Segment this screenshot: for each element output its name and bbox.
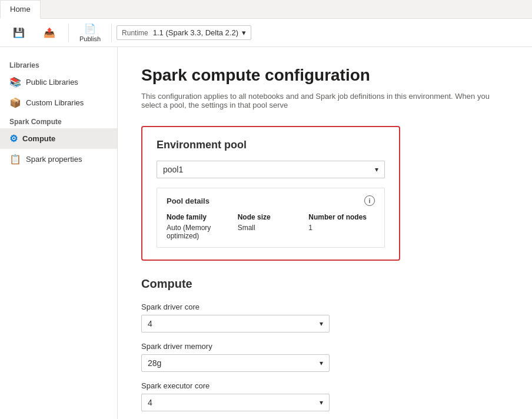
sidebar-item-spark-properties-label: Spark properties — [26, 155, 82, 164]
driver-core-value: 4 — [148, 319, 152, 328]
publish-label: Publish — [79, 35, 101, 42]
compute-icon: ⚙ — [9, 133, 18, 144]
pool-dropdown-value: pool1 — [163, 165, 183, 174]
driver-core-label: Spark driver core — [141, 302, 330, 311]
node-size-value: Small — [238, 224, 304, 232]
driver-core-group: Spark driver core 4 ▾ — [141, 302, 330, 332]
num-nodes-col: Number of nodes 1 — [308, 213, 375, 240]
pool-dropdown-chevron-icon: ▾ — [375, 165, 378, 174]
sidebar-item-custom-libraries-label: Custom Libraries — [26, 98, 84, 107]
publish-icon: 📄 — [84, 23, 96, 34]
publish-button[interactable]: 📄 Publish — [74, 21, 107, 45]
pool-dropdown[interactable]: pool1 ▾ — [157, 161, 385, 178]
export-button[interactable]: 📤 — [35, 25, 64, 41]
executor-core-select[interactable]: 4 ▾ — [141, 394, 330, 411]
driver-memory-label: Spark driver memory — [141, 342, 330, 351]
toolbar-divider — [68, 24, 69, 42]
tab-home[interactable]: Home — [0, 0, 41, 19]
env-pool-title: Environment pool — [157, 139, 385, 151]
pool-details-header: Pool details i — [167, 195, 375, 206]
save-icon: 💾 — [13, 27, 25, 38]
node-family-col: Node family Auto (Memory optimized) — [167, 213, 233, 240]
num-nodes-value: 1 — [308, 224, 375, 232]
node-family-label: Node family — [167, 213, 233, 221]
sidebar: Libraries 📚 Public Libraries 📦 Custom Li… — [0, 47, 118, 419]
executor-core-value: 4 — [148, 398, 152, 407]
save-button[interactable]: 💾 — [5, 25, 33, 41]
libraries-section-title: Libraries — [0, 56, 117, 72]
sidebar-item-compute-label: Compute — [22, 134, 55, 143]
public-libraries-icon: 📚 — [9, 77, 21, 88]
driver-core-select[interactable]: 4 ▾ — [141, 315, 330, 332]
executor-core-chevron-icon: ▾ — [320, 398, 323, 407]
sidebar-item-public-libraries-label: Public Libraries — [26, 78, 78, 87]
runtime-selector[interactable]: Runtime 1.1 (Spark 3.3, Delta 2.2) ▾ — [117, 25, 251, 40]
main-content: Spark compute configuration This configu… — [118, 47, 532, 419]
driver-memory-select[interactable]: 28g ▾ — [141, 354, 330, 372]
environment-pool-box: Environment pool pool1 ▾ Pool details i … — [141, 126, 400, 261]
page-subtitle: This configuration applies to all notebo… — [141, 92, 508, 109]
runtime-chevron-icon: ▾ — [242, 28, 246, 37]
spark-compute-section-title: Spark Compute — [0, 113, 117, 128]
toolbar-divider-2 — [111, 24, 112, 42]
pool-details-label: Pool details — [167, 197, 210, 205]
app-layout: Libraries 📚 Public Libraries 📦 Custom Li… — [0, 47, 532, 419]
tab-bar: Home — [0, 0, 532, 19]
driver-memory-group: Spark driver memory 28g ▾ — [141, 342, 330, 372]
node-size-label: Node size — [238, 213, 304, 221]
runtime-value: 1.1 (Spark 3.3, Delta 2.2) — [153, 28, 238, 37]
tab-home-label: Home — [10, 5, 31, 14]
sidebar-item-compute[interactable]: ⚙ Compute — [0, 128, 117, 149]
driver-memory-value: 28g — [148, 358, 161, 368]
compute-section-title: Compute — [141, 277, 508, 291]
runtime-label: Runtime — [122, 29, 148, 37]
pool-details-box: Pool details i Node family Auto (Memory … — [157, 188, 385, 248]
page-title: Spark compute configuration — [141, 66, 508, 85]
driver-core-chevron-icon: ▾ — [320, 320, 323, 328]
sidebar-item-spark-properties[interactable]: 📋 Spark properties — [0, 149, 117, 169]
num-nodes-label: Number of nodes — [308, 213, 375, 221]
custom-libraries-icon: 📦 — [9, 97, 21, 108]
executor-core-group: Spark executor core 4 ▾ — [141, 381, 330, 411]
export-icon: 📤 — [44, 27, 55, 38]
node-size-col: Node size Small — [238, 213, 304, 240]
pool-info-icon[interactable]: i — [364, 195, 375, 206]
pool-details-grid: Node family Auto (Memory optimized) Node… — [167, 213, 375, 240]
node-family-value: Auto (Memory optimized) — [167, 224, 233, 240]
executor-core-label: Spark executor core — [141, 381, 330, 390]
driver-memory-chevron-icon: ▾ — [320, 359, 323, 367]
spark-properties-icon: 📋 — [9, 154, 21, 165]
toolbar: 💾 📤 📄 Publish Runtime 1.1 (Spark 3.3, De… — [0, 19, 532, 47]
sidebar-item-custom-libraries[interactable]: 📦 Custom Libraries — [0, 92, 117, 113]
sidebar-item-public-libraries[interactable]: 📚 Public Libraries — [0, 72, 117, 92]
